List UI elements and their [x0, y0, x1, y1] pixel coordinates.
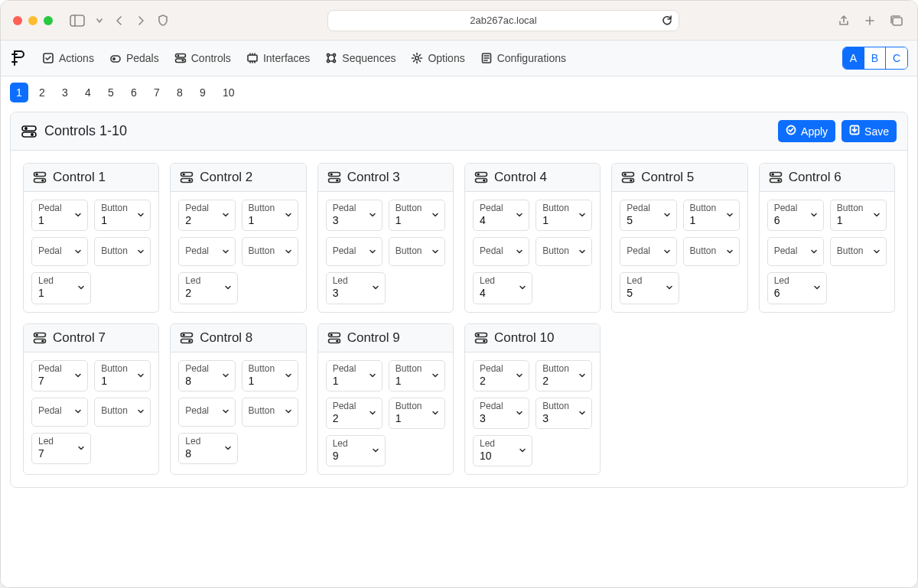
pedal-1-select[interactable]: Pedal3: [326, 200, 382, 231]
button-1-select[interactable]: Button1: [389, 200, 445, 231]
sidebar-toggle-icon[interactable]: [68, 13, 86, 28]
nav-controls[interactable]: Controls: [168, 47, 237, 69]
pedal-1-select[interactable]: Pedal5: [620, 200, 676, 231]
nav-configurations[interactable]: Configurations: [474, 47, 572, 69]
pedal-1-select[interactable]: Pedal1: [326, 360, 382, 391]
nav-actions[interactable]: Actions: [36, 47, 100, 69]
led-select[interactable]: Led6: [767, 272, 827, 304]
pedal-2-select[interactable]: Pedal3: [473, 398, 529, 429]
pedal-1-label: Pedal: [38, 203, 70, 213]
page-9[interactable]: 9: [194, 83, 212, 102]
nav-forward-icon[interactable]: [134, 14, 148, 28]
pedal-2-select[interactable]: Pedal: [31, 398, 88, 427]
pedal-1-select[interactable]: Pedal1: [31, 200, 88, 231]
page-4[interactable]: 4: [79, 83, 97, 102]
pedal-2-select[interactable]: Pedal: [178, 237, 235, 266]
button-2-select[interactable]: Button: [536, 237, 592, 266]
pedal-1-select[interactable]: Pedal6: [767, 200, 824, 231]
window-zoom-icon[interactable]: [44, 16, 53, 25]
button-2-select[interactable]: Button: [242, 398, 298, 427]
page-1[interactable]: 1: [10, 83, 28, 102]
button-1-select[interactable]: Button1: [242, 200, 298, 231]
button-1-select[interactable]: Button1: [683, 200, 740, 231]
button-2-select[interactable]: Button: [94, 237, 151, 266]
page-7[interactable]: 7: [148, 83, 166, 102]
panel-title: Controls 1-10: [21, 123, 127, 139]
share-icon[interactable]: [836, 13, 851, 28]
button-2-select[interactable]: Button: [94, 398, 151, 427]
nav-back-icon[interactable]: [112, 14, 126, 28]
page-8[interactable]: 8: [171, 83, 189, 102]
pedal-1-label: Pedal: [480, 364, 512, 374]
chevron-down-icon: [665, 283, 674, 292]
svg-rect-32: [22, 132, 36, 137]
button-1-select[interactable]: Button1: [536, 200, 592, 231]
control-card: Control 5Pedal5Button1PedalButtonLed5: [611, 163, 747, 313]
led-select[interactable]: Led9: [326, 435, 386, 466]
button-1-select[interactable]: Button1: [242, 360, 298, 391]
control-card-body: Pedal3Button1PedalButtonLed3: [318, 192, 453, 312]
control-title: Control 3: [347, 170, 400, 185]
pedal-2-select[interactable]: Pedal: [178, 398, 235, 427]
nav-options[interactable]: Options: [405, 47, 470, 69]
pagination: 12345678910: [10, 83, 908, 102]
shield-icon[interactable]: [155, 13, 171, 28]
pedal-2-select[interactable]: Pedal: [31, 237, 88, 266]
button-1-select[interactable]: Button1: [830, 200, 887, 231]
led-select[interactable]: Led7: [31, 433, 91, 464]
chevron-down-icon[interactable]: [94, 15, 105, 26]
svg-point-58: [771, 173, 773, 175]
nav-interfaces[interactable]: Interfaces: [240, 47, 316, 69]
apply-button[interactable]: Apply: [778, 120, 835, 142]
button-2-select[interactable]: Button1: [389, 398, 445, 429]
led-select[interactable]: Led8: [178, 433, 238, 464]
led-select[interactable]: Led2: [178, 272, 238, 304]
pedal-2-select[interactable]: Pedal: [473, 237, 529, 266]
nav-sequences[interactable]: Sequences: [319, 47, 402, 69]
pedal-1-select[interactable]: Pedal2: [473, 360, 529, 391]
page-10[interactable]: 10: [216, 83, 241, 102]
tabs-overview-icon[interactable]: [888, 13, 905, 28]
pedal-2-select[interactable]: Pedal: [620, 237, 676, 266]
abc-option-b[interactable]: B: [864, 47, 886, 69]
new-tab-icon[interactable]: [862, 13, 877, 28]
svg-point-38: [36, 173, 38, 175]
button-1-select[interactable]: Button1: [94, 360, 151, 391]
led-select[interactable]: Led1: [31, 272, 91, 304]
page-3[interactable]: 3: [56, 83, 74, 102]
svg-rect-14: [248, 55, 257, 61]
pedal-2-select[interactable]: Pedal: [326, 237, 382, 266]
pedal-1-select[interactable]: Pedal8: [178, 360, 235, 391]
save-button[interactable]: Save: [842, 120, 897, 142]
pedal-2-select[interactable]: Pedal: [767, 237, 824, 266]
page-5[interactable]: 5: [102, 83, 120, 102]
brand-logo[interactable]: [10, 49, 27, 67]
pedal-1-select[interactable]: Pedal2: [178, 200, 235, 231]
address-bar[interactable]: 2ab267ac.local: [327, 10, 679, 31]
abc-option-a[interactable]: A: [843, 47, 864, 69]
button-1-select[interactable]: Button1: [389, 360, 445, 391]
abc-option-c[interactable]: C: [886, 47, 907, 69]
pedal-1-select[interactable]: Pedal4: [473, 200, 529, 231]
button-1-select[interactable]: Button1: [94, 200, 151, 231]
button-2-select[interactable]: Button: [683, 237, 740, 266]
button-2-select[interactable]: Button: [389, 237, 445, 266]
page-6[interactable]: 6: [125, 83, 143, 102]
pedal-2-select[interactable]: Pedal2: [326, 398, 382, 429]
button-2-select[interactable]: Button: [830, 237, 887, 266]
button-1-select[interactable]: Button2: [536, 360, 592, 391]
nav-pedals[interactable]: Pedals: [103, 47, 165, 69]
page-2[interactable]: 2: [33, 83, 51, 102]
pedal-1-select[interactable]: Pedal7: [31, 360, 88, 391]
chevron-down-icon: [518, 446, 527, 455]
pedal-2-label: Pedal: [333, 246, 365, 256]
led-select[interactable]: Led5: [620, 272, 679, 304]
button-2-select[interactable]: Button: [242, 237, 298, 266]
led-select[interactable]: Led10: [473, 435, 532, 466]
led-select[interactable]: Led3: [326, 272, 386, 304]
reload-icon[interactable]: [662, 15, 672, 28]
button-2-select[interactable]: Button3: [536, 398, 592, 429]
led-select[interactable]: Led4: [473, 272, 532, 304]
window-minimize-icon[interactable]: [28, 16, 37, 25]
window-close-icon[interactable]: [13, 16, 22, 25]
